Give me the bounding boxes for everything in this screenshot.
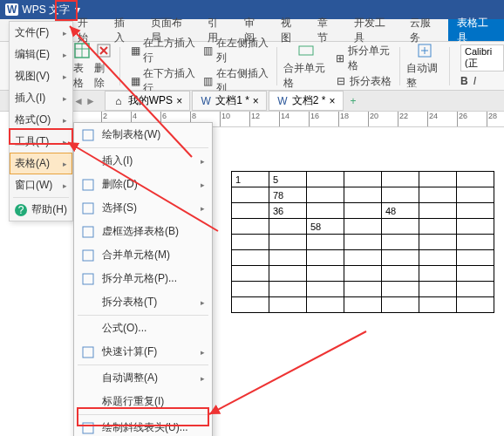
table-cell[interactable] [344,282,382,297]
file-menu-item[interactable]: 文件(F)▸ [10,22,72,44]
nav-fwd-icon[interactable]: ► [85,95,96,107]
table-cell[interactable] [269,250,307,266]
submenu-item[interactable]: 虚框选择表格(B) [74,220,212,243]
submenu-item[interactable]: 插入(I)▸ [74,149,212,173]
table-cell[interactable] [382,250,419,266]
file-menu-item[interactable]: 窗口(W)▸ [10,174,72,196]
table-cell[interactable] [419,282,457,297]
table-cell[interactable] [344,203,382,219]
bold-button[interactable]: B [460,75,468,87]
document-table[interactable]: 1578364858 [231,171,494,313]
table-cell[interactable] [344,297,382,313]
tab-7[interactable]: 开发工具 [345,19,401,41]
table-cell[interactable] [382,187,419,203]
table-cell[interactable] [307,187,344,203]
table-cell[interactable]: 5 [269,172,307,187]
submenu-item[interactable]: 标题行重复(I) [74,390,212,413]
doctab-doc2[interactable]: W文档2 *× [269,91,344,111]
table-cell[interactable] [344,172,382,187]
table-cell[interactable]: 48 [382,203,419,219]
table-cell[interactable] [382,282,419,297]
table-cell[interactable] [457,187,494,203]
file-menu-item[interactable]: 编辑(E)▸ [10,44,72,65]
table-cell[interactable] [307,250,344,266]
table-cell[interactable] [457,219,494,235]
table-cell[interactable] [232,203,269,219]
close-icon[interactable]: × [253,95,259,107]
table-cell[interactable] [307,266,344,282]
table-cell[interactable] [344,250,382,266]
file-menu-item[interactable]: 格式(O)▸ [10,109,72,131]
table-cell[interactable] [232,282,269,297]
table-cell[interactable] [457,250,494,266]
submenu-item[interactable]: 快速计算(F)▸ [74,340,212,364]
table-cell[interactable] [457,297,494,313]
ribbon-delete[interactable]: 删除 [94,42,112,91]
tab-8[interactable]: 云服务 [401,19,447,41]
table-cell[interactable] [457,266,494,282]
tab-6[interactable]: 章节 [309,19,345,41]
ribbon-col-left[interactable]: ▥在左侧插入列 [203,36,269,65]
close-icon[interactable]: × [176,95,182,107]
table-cell[interactable] [232,187,269,203]
table-cell[interactable] [307,235,344,250]
ribbon-split-cell[interactable]: ⊞拆分单元格 [335,44,392,73]
table-cell[interactable] [344,219,382,235]
close-icon[interactable]: × [330,95,336,107]
ribbon-paste[interactable]: 表格 [73,42,91,91]
submenu-item[interactable]: 合并单元格(M) [74,243,212,267]
table-cell[interactable] [307,297,344,313]
doctab-home[interactable]: ⌂我的WPS× [105,91,190,111]
table-cell[interactable] [457,235,494,250]
table-cell[interactable] [307,203,344,219]
ribbon-autofit[interactable]: 自动调整 [406,42,442,91]
app-dropdown-icon[interactable]: ▾ [75,3,80,16]
table-cell[interactable] [232,235,269,250]
doctab-doc1[interactable]: W文档1 *× [192,91,267,111]
table-cell[interactable] [419,297,457,313]
table-cell[interactable] [382,219,419,235]
table-cell[interactable] [419,219,457,235]
submenu-item[interactable]: 拆分单元格(P)... [74,267,212,290]
ribbon-split-table[interactable]: ⊟拆分表格 [335,74,392,89]
nav-back-icon[interactable]: ◄ [73,95,84,107]
table-cell[interactable] [457,172,494,187]
italic-button[interactable]: I [473,75,476,87]
font-select[interactable]: Calibri (正 [460,44,504,72]
table-cell[interactable] [457,203,494,219]
table-cell[interactable] [232,219,269,235]
table-cell[interactable] [232,266,269,282]
table-cell[interactable] [344,187,382,203]
file-menu-item[interactable]: 工具(T)▸ [10,131,72,153]
table-cell[interactable] [382,235,419,250]
submenu-item[interactable]: 绘制表格(W) [74,123,212,146]
table-cell[interactable] [419,172,457,187]
tab-5[interactable]: 视图 [272,19,309,41]
table-cell[interactable] [419,235,457,250]
submenu-item[interactable]: 公式(O)... [74,317,212,340]
table-cell[interactable]: 58 [307,219,344,235]
table-cell[interactable] [269,297,307,313]
table-cell[interactable] [344,235,382,250]
table-cell[interactable] [269,282,307,297]
table-cell[interactable] [382,297,419,313]
table-cell[interactable] [419,187,457,203]
table-cell[interactable] [382,172,419,187]
submenu-item[interactable]: 删除(D)▸ [74,173,212,196]
table-cell[interactable] [419,250,457,266]
table-cell[interactable] [382,266,419,282]
table-cell[interactable] [232,297,269,313]
tab-9[interactable]: 表格工具 [448,19,504,41]
file-menu-item[interactable]: 插入(I)▸ [10,87,72,109]
table-cell[interactable] [307,282,344,297]
table-cell[interactable] [419,203,457,219]
table-cell[interactable] [232,250,269,266]
table-cell[interactable] [307,172,344,187]
ribbon-row-above[interactable]: ▦在上方插入行 [131,36,197,65]
table-cell[interactable]: 78 [269,187,307,203]
submenu-item[interactable]: 拆分表格(T)▸ [74,290,212,314]
submenu-item[interactable]: 选择(S)▸ [74,196,212,220]
submenu-item[interactable]: 自动调整(A)▸ [74,366,212,390]
table-cell[interactable] [344,266,382,282]
table-cell[interactable]: 36 [269,203,307,219]
